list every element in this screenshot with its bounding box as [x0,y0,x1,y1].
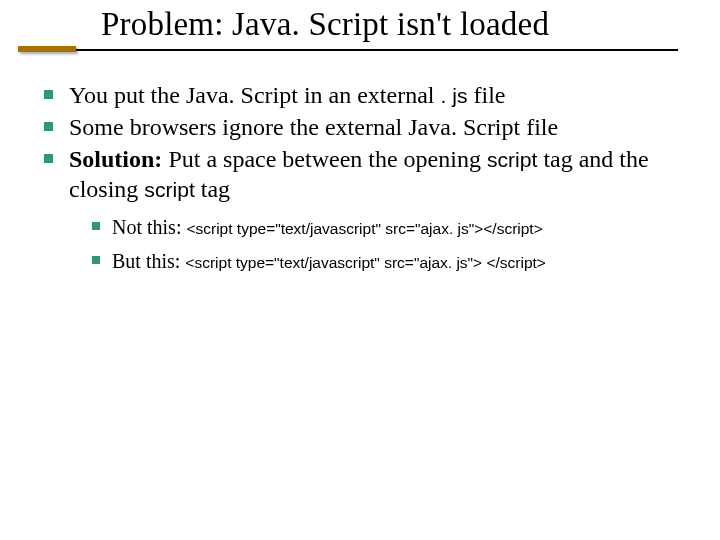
bullet-1-text: You put the Java. Script in an external … [69,80,505,110]
sub-bullet-2: But this: <script type="text/javascript"… [92,248,684,274]
slide: Problem: Java. Script isn't loaded You p… [0,0,720,540]
bullet-2-text: Some browsers ignore the external Java. … [69,112,558,142]
code-text: script [487,148,537,171]
bullet-icon [92,222,100,230]
bullet-icon [44,122,53,131]
bullet-3: Solution: Put a space between the openin… [44,144,684,204]
sub-bullets: Not this: <script type="text/javascript"… [92,214,684,274]
bullet-1: You put the Java. Script in an external … [44,80,684,110]
slide-body: You put the Java. Script in an external … [44,80,684,282]
bullet-3-text: Solution: Put a space between the openin… [69,144,684,204]
text: But this: [112,250,185,272]
title-underline [76,49,678,51]
sub-bullet-2-text: But this: <script type="text/javascript"… [112,248,546,274]
code-text: script [144,178,194,201]
text: tag [195,176,230,202]
code-text: <script type="text/javascript" src="ajax… [185,254,546,271]
sub-bullet-1: Not this: <script type="text/javascript"… [92,214,684,240]
text: You put the Java. Script in an external [69,82,441,108]
text: Put a space between the opening [162,146,487,172]
bullet-icon [92,256,100,264]
bullet-2: Some browsers ignore the external Java. … [44,112,684,142]
sub-bullet-1-text: Not this: <script type="text/javascript"… [112,214,543,240]
text: Not this: [112,216,186,238]
text: file [467,82,505,108]
code-text: <script type="text/javascript" src="ajax… [186,220,542,237]
accent-bar [18,46,76,52]
slide-title: Problem: Java. Script isn't loaded [101,6,549,43]
text-bold: Solution: [69,146,162,172]
bullet-icon [44,90,53,99]
bullet-icon [44,154,53,163]
code-text: . js [441,84,468,107]
